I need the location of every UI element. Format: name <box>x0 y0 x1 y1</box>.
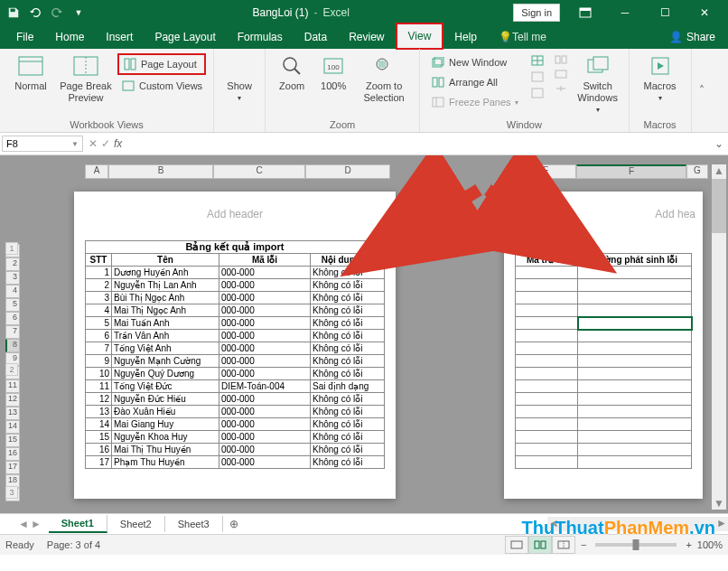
page-layout-button[interactable]: Page Layout <box>117 53 206 75</box>
side-icon-1[interactable] <box>551 53 571 66</box>
table-row[interactable]: 4Mai Thị Ngọc Anh000-000Không có lỗi <box>86 304 385 317</box>
row-header-17[interactable]: 17 <box>5 461 20 474</box>
table-row[interactable] <box>516 342 692 355</box>
tell-me[interactable]: 💡 Tell me <box>488 25 557 49</box>
unhide-icon[interactable] <box>527 86 547 100</box>
side-icon-2[interactable] <box>551 68 571 80</box>
freeze-panes-button[interactable]: Freeze Panes ▾ <box>427 93 521 111</box>
table-row[interactable]: 16Mai Thị Thu Huyền000-000Không có lỗi <box>86 444 385 456</box>
row-header-12[interactable]: 12 <box>5 393 20 407</box>
table-row[interactable]: 1Dương Huyền Anh000-000Không có lỗi <box>86 267 385 279</box>
row-header-14[interactable]: 14 <box>5 420 20 434</box>
col-header-f[interactable]: F <box>576 164 686 179</box>
row-header-5[interactable]: 5 <box>5 298 20 312</box>
row-header-11[interactable]: 11 <box>5 379 20 393</box>
new-window-button[interactable]: New Window <box>427 53 521 71</box>
table-row[interactable] <box>516 330 692 342</box>
tab-data[interactable]: Data <box>294 25 338 49</box>
collapse-ribbon-icon[interactable]: ˄ <box>692 49 712 132</box>
sheet-next-icon[interactable]: ► <box>31 518 42 530</box>
formula-input[interactable] <box>127 136 710 151</box>
tab-help[interactable]: Help <box>443 25 488 49</box>
ribbon-display-options-icon[interactable] <box>565 0 605 25</box>
zoom-to-selection-button[interactable]: Zoom to Selection <box>354 51 414 119</box>
col-header-c[interactable]: C <box>213 164 305 179</box>
cancel-formula-icon[interactable]: ✕ <box>89 137 98 150</box>
custom-views-button[interactable]: Custom Views <box>117 77 206 95</box>
col-header-e[interactable]: E <box>515 164 576 179</box>
row-header-3[interactable]: 3 <box>5 271 20 285</box>
vertical-scrollbar[interactable]: ▲ ▼ <box>712 164 726 510</box>
table-row[interactable]: 14Mai Giang Huy000-000Không có lỗi <box>86 418 385 431</box>
hide-icon[interactable] <box>527 70 547 84</box>
table-row[interactable] <box>516 267 692 279</box>
row-header-15[interactable]: 15 <box>5 434 20 447</box>
side-icon-3[interactable] <box>551 82 571 95</box>
qat-customize-icon[interactable]: ▼ <box>69 3 89 23</box>
row-header-8[interactable]: 8 <box>5 339 20 352</box>
sheet-tab-sheet1[interactable]: Sheet1 <box>49 515 107 533</box>
page-break-view-icon-sb[interactable] <box>552 536 575 554</box>
save-icon[interactable] <box>4 3 23 23</box>
col-header-g[interactable]: G <box>686 164 708 179</box>
tab-formulas[interactable]: Formulas <box>227 25 294 49</box>
row-header-16[interactable]: 16 <box>5 447 20 461</box>
row-header-6[interactable]: 6 <box>5 312 20 325</box>
table-row[interactable]: 12Nguyễn Đức Hiếu000-000Không có lỗi <box>86 393 385 406</box>
table-row[interactable] <box>516 304 692 317</box>
table-row[interactable]: 2Nguyễn Thị Lan Anh000-000Không có lỗi <box>86 279 385 292</box>
col-header-b[interactable]: B <box>108 164 213 179</box>
split-icon[interactable] <box>527 53 547 68</box>
macros-button[interactable]: Macros▾ <box>635 51 686 119</box>
zoom-out-icon[interactable]: − <box>581 539 586 550</box>
minimize-icon[interactable]: ─ <box>605 0 645 25</box>
zoom-percent[interactable]: 100% <box>697 539 723 550</box>
expand-formula-bar-icon[interactable]: ⌄ <box>710 137 728 150</box>
tab-view[interactable]: View <box>396 23 444 50</box>
table-row[interactable]: 6Trần Vân Anh000-000Không có lỗi <box>86 330 385 342</box>
fx-icon[interactable]: fx <box>114 137 127 150</box>
table-row[interactable]: 15Nguyễn Khoa Huy000-000Không có lỗi <box>86 431 385 444</box>
table-row[interactable] <box>516 418 692 431</box>
tab-home[interactable]: Home <box>44 25 95 49</box>
col-header-d[interactable]: D <box>305 164 390 179</box>
table-row[interactable] <box>516 279 692 292</box>
name-box[interactable]: F8▼ <box>2 136 83 152</box>
table-row[interactable] <box>516 393 692 406</box>
table-row[interactable] <box>516 431 692 444</box>
page-break-preview-button[interactable]: Page Break Preview <box>56 51 116 119</box>
table-row[interactable] <box>516 292 692 304</box>
row-header-13[interactable]: 13 <box>5 407 20 420</box>
table-row[interactable] <box>516 317 692 330</box>
switch-windows-button[interactable]: Switch Windows▾ <box>573 51 623 119</box>
table-row[interactable] <box>516 355 692 368</box>
page-header-right[interactable]: Add hea <box>504 192 703 240</box>
undo-icon[interactable] <box>25 3 45 23</box>
table-row[interactable]: 13Đào Xuân Hiếu000-000Không có lỗi <box>86 406 385 418</box>
table-row[interactable] <box>516 380 692 393</box>
col-header-a[interactable]: A <box>85 164 108 179</box>
table-row[interactable]: 10Nguyễn Quý Dương000-000Không có lỗi <box>86 368 385 380</box>
sheet-tab-sheet3[interactable]: Sheet3 <box>165 516 223 532</box>
table-row[interactable]: 7Tống Việt Anh000-000Không có lỗi <box>86 342 385 355</box>
table-row[interactable] <box>516 368 692 380</box>
table-import-results[interactable]: Bảng kết quả import STTTênMã lỗiNội dung… <box>85 240 385 469</box>
row-header-2[interactable]: 2 <box>5 257 20 271</box>
table-row[interactable]: 3Bùi Thị Ngọc Anh000-000Không có lỗi <box>86 292 385 304</box>
show-button[interactable]: Show▾ <box>219 51 259 130</box>
table-row[interactable]: 11Tống Việt ĐứcDIEM-Toán-004Sai định dạn… <box>86 380 385 393</box>
table-error-fields[interactable]: Mã trả về Trường phát sinh lỗi <box>515 240 692 469</box>
tab-page-layout[interactable]: Page Layout <box>144 25 226 49</box>
tab-file[interactable]: File <box>5 25 44 49</box>
share-button[interactable]: 👤Share <box>662 26 723 48</box>
arrange-all-button[interactable]: Arrange All <box>427 73 521 91</box>
row-header-7[interactable]: 7 <box>5 325 20 339</box>
page-layout-view-icon-sb[interactable] <box>528 536 552 554</box>
close-icon[interactable]: ✕ <box>685 0 724 25</box>
zoom-button[interactable]: Zoom <box>271 51 313 119</box>
add-sheet-icon[interactable]: ⊕ <box>223 518 245 530</box>
normal-view-icon-sb[interactable] <box>505 536 528 554</box>
table-row[interactable]: 5Mai Tuấn Anh000-000Không có lỗi <box>86 317 385 330</box>
redo-icon[interactable] <box>47 3 67 23</box>
tab-insert[interactable]: Insert <box>95 25 144 49</box>
